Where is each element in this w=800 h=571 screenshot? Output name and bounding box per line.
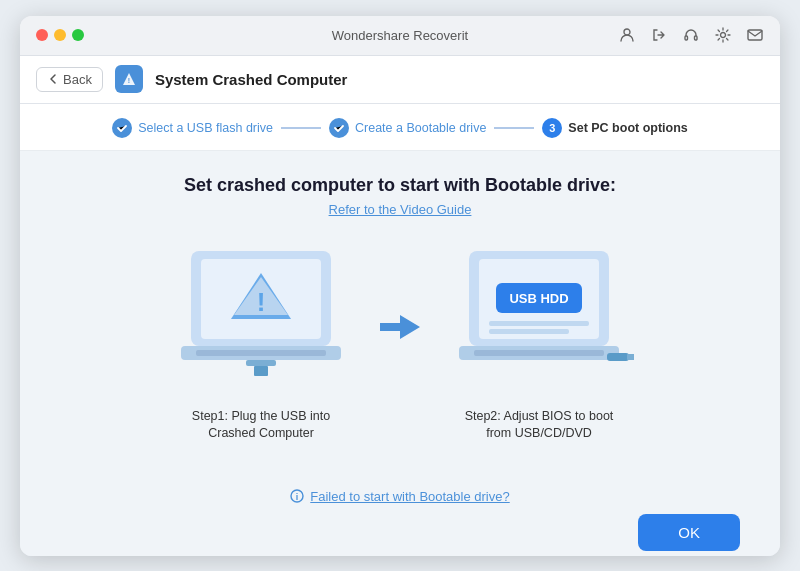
svg-text:!: ! xyxy=(257,287,266,317)
titlebar: Wondershare Recoverit xyxy=(20,16,780,56)
step-1-icon xyxy=(112,118,132,138)
svg-text:USB HDD: USB HDD xyxy=(509,291,568,306)
svg-rect-2 xyxy=(695,36,698,40)
failed-link-text: Failed to start with Bootable drive? xyxy=(310,489,509,504)
illustration-area: ! Step1: Plug the USB into Crashed Compu… xyxy=(166,241,634,443)
step-3: 3 Set PC boot options xyxy=(542,118,687,138)
traffic-lights xyxy=(36,29,84,41)
titlebar-actions xyxy=(618,26,764,44)
user-icon[interactable] xyxy=(618,26,636,44)
laptop-2: USB HDD xyxy=(444,241,634,396)
svg-rect-24 xyxy=(607,353,629,361)
ok-button[interactable]: OK xyxy=(638,514,740,551)
svg-rect-25 xyxy=(627,354,634,360)
back-label: Back xyxy=(63,72,92,87)
app-window: Wondershare Recoverit xyxy=(20,16,780,556)
svg-rect-14 xyxy=(254,366,268,376)
main-content: Set crashed computer to start with Boota… xyxy=(20,151,780,479)
svg-point-3 xyxy=(721,33,726,38)
step-connector-2 xyxy=(494,127,534,129)
close-button[interactable] xyxy=(36,29,48,41)
main-heading: Set crashed computer to start with Boota… xyxy=(184,175,616,196)
minimize-button[interactable] xyxy=(54,29,66,41)
mail-icon[interactable] xyxy=(746,26,764,44)
step-1: Select a USB flash drive xyxy=(112,118,273,138)
svg-rect-23 xyxy=(474,350,604,356)
svg-rect-12 xyxy=(196,350,326,356)
svg-point-0 xyxy=(624,29,630,35)
support-icon[interactable] xyxy=(682,26,700,44)
failed-link[interactable]: i Failed to start with Bootable drive? xyxy=(290,489,509,504)
app-title: Wondershare Recoverit xyxy=(332,28,468,43)
step2-label: Step2: Adjust BIOS to boot from USB/CD/D… xyxy=(459,408,619,443)
settings-icon[interactable] xyxy=(714,26,732,44)
step-2: Create a Bootable drive xyxy=(329,118,486,138)
footer: i Failed to start with Bootable drive? O… xyxy=(20,479,780,556)
step-connector-1 xyxy=(281,127,321,129)
step-1-label: Select a USB flash drive xyxy=(138,121,273,135)
step-3-label: Set PC boot options xyxy=(568,121,687,135)
arrow-between xyxy=(380,311,420,343)
svg-rect-13 xyxy=(246,360,276,366)
step-3-number: 3 xyxy=(549,122,555,134)
steps-bar: Select a USB flash drive Create a Bootab… xyxy=(20,104,780,151)
step2-illustration: USB HDD Step2: Adjust BIOS to boot from … xyxy=(444,241,634,443)
ok-button-row: OK xyxy=(60,514,740,551)
step-3-icon: 3 xyxy=(542,118,562,138)
step-2-label: Create a Bootable drive xyxy=(355,121,486,135)
svg-marker-15 xyxy=(380,315,420,339)
page-title: System Crashed Computer xyxy=(155,71,348,88)
step1-label: Step1: Plug the USB into Crashed Compute… xyxy=(181,408,341,443)
svg-text:i: i xyxy=(296,492,299,502)
laptop-1: ! xyxy=(166,241,356,396)
svg-rect-1 xyxy=(685,36,688,40)
navbar: Back ! System Crashed Computer xyxy=(20,56,780,104)
step1-illustration: ! Step1: Plug the USB into Crashed Compu… xyxy=(166,241,356,443)
step-2-icon xyxy=(329,118,349,138)
back-button[interactable]: Back xyxy=(36,67,103,92)
svg-rect-20 xyxy=(489,321,589,326)
svg-text:!: ! xyxy=(128,77,130,84)
signout-icon[interactable] xyxy=(650,26,668,44)
svg-rect-21 xyxy=(489,329,569,334)
maximize-button[interactable] xyxy=(72,29,84,41)
video-guide-link[interactable]: Refer to the Video Guide xyxy=(329,202,472,217)
svg-rect-4 xyxy=(748,30,762,40)
nav-icon: ! xyxy=(115,65,143,93)
